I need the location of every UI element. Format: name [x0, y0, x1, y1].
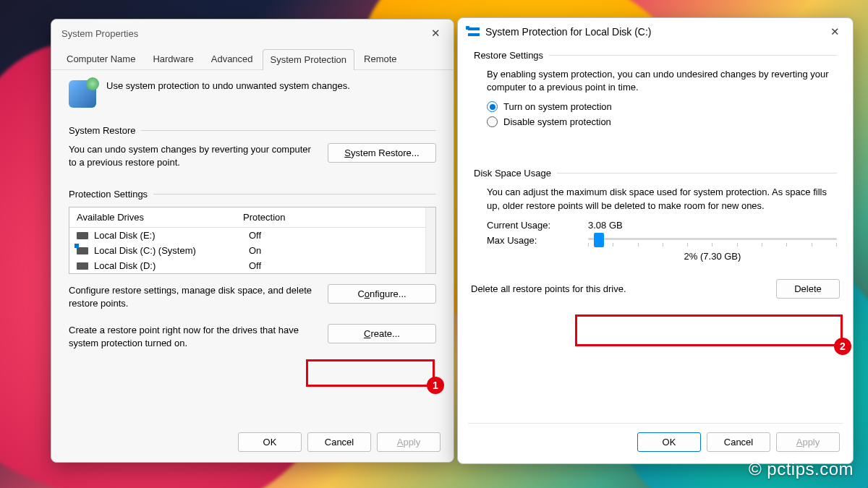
drive-protection: Off: [249, 260, 418, 271]
annotation-badge-2: 2: [834, 338, 851, 355]
dialog-footer: OK Cancel Apply: [51, 428, 454, 462]
protection-settings-heading: Protection Settings: [69, 189, 148, 200]
delete-desc: Delete all restore points for this drive…: [471, 283, 776, 294]
tab-advanced[interactable]: Advanced: [203, 48, 261, 69]
create-button[interactable]: Create...: [328, 324, 436, 343]
current-usage-label: Current Usage:: [487, 220, 588, 231]
group-protection-settings: Protection Settings: [69, 189, 436, 200]
drive-name: Local Disk (D:): [94, 260, 249, 271]
col-available-drives: Available Drives: [77, 212, 243, 223]
titlebar: System Properties ✕: [51, 20, 454, 44]
intro-text: Use system protection to undo unwanted s…: [106, 80, 350, 91]
drive-list: Available Drives Protection Local Disk (…: [69, 207, 436, 274]
tab-remote[interactable]: Remote: [356, 48, 405, 69]
drive-name: Local Disk (E:): [94, 230, 249, 241]
configure-desc: Configure restore settings, manage disk …: [69, 284, 319, 309]
drive-row[interactable]: Local Disk (D:) Off: [69, 258, 425, 273]
group-system-restore: System Restore: [69, 125, 436, 136]
system-protection-config-window: System Protection for Local Disk (C:) ✕ …: [457, 17, 854, 464]
apply-button[interactable]: Apply: [377, 432, 441, 452]
system-protection-icon: [69, 80, 96, 108]
watermark: © pctips.com: [749, 459, 854, 479]
tab-system-protection[interactable]: System Protection: [263, 49, 355, 70]
drive-row[interactable]: Local Disk (C:) (System) On: [69, 243, 425, 258]
disk-space-desc: You can adjust the maximum disk space us…: [487, 186, 837, 212]
drive-icon: [77, 232, 88, 239]
create-desc: Create a restore point right now for the…: [69, 324, 319, 349]
max-usage-caption: 2% (7.30 GB): [588, 251, 837, 262]
max-usage-slider[interactable]: 2% (7.30 GB): [588, 235, 837, 262]
titlebar: System Protection for Local Disk (C:) ✕: [458, 18, 853, 43]
radio-icon: [487, 101, 498, 112]
system-restore-heading: System Restore: [69, 125, 135, 136]
radio-turn-on[interactable]: Turn on system protection: [487, 101, 837, 112]
radio-label: Disable system protection: [503, 116, 611, 127]
panel: Use system protection to undo unwanted s…: [51, 70, 454, 428]
cancel-button[interactable]: Cancel: [707, 432, 770, 452]
scrollbar[interactable]: [425, 207, 435, 273]
delete-button[interactable]: Delete: [776, 279, 840, 299]
drive-protection: On: [249, 245, 418, 256]
dialog-footer: OK Cancel Apply: [458, 424, 853, 463]
ok-button[interactable]: OK: [238, 432, 302, 452]
tab-hardware[interactable]: Hardware: [145, 48, 201, 69]
drive-icon: [77, 262, 88, 270]
window-title: System Protection for Local Disk (C:): [485, 26, 826, 38]
restore-settings-desc: By enabling system protection, you can u…: [487, 68, 837, 94]
radio-label: Turn on system protection: [503, 101, 612, 112]
ok-button[interactable]: OK: [637, 432, 701, 452]
restore-settings-heading: Restore Settings: [474, 50, 543, 61]
drive-protection: Off: [249, 230, 418, 241]
col-protection: Protection: [243, 212, 418, 223]
current-usage-value: 3.08 GB: [588, 220, 623, 231]
window-title: System Properties: [61, 28, 427, 39]
tab-bar: Computer Name Hardware Advanced System P…: [51, 48, 454, 70]
system-restore-desc: You can undo system changes by reverting…: [69, 143, 319, 168]
annotation-badge-1: 1: [427, 377, 444, 394]
drive-row[interactable]: Local Disk (E:) Off: [69, 228, 425, 243]
cancel-button[interactable]: Cancel: [307, 432, 371, 452]
configure-button[interactable]: Configure...: [328, 284, 436, 304]
disk-space-heading: Disk Space Usage: [474, 168, 551, 179]
drive-icon: [77, 247, 88, 254]
system-properties-window: System Properties ✕ Computer Name Hardwa…: [51, 19, 454, 463]
system-restore-button[interactable]: System Restore...: [328, 143, 436, 163]
max-usage-label: Max Usage:: [487, 235, 588, 246]
close-icon[interactable]: ✕: [427, 25, 445, 41]
radio-disable[interactable]: Disable system protection: [487, 116, 837, 127]
close-icon[interactable]: ✕: [826, 24, 844, 40]
radio-icon: [487, 116, 498, 127]
slider-thumb[interactable]: [594, 233, 604, 247]
drive-icon: [468, 27, 480, 36]
apply-button[interactable]: Apply: [776, 432, 840, 452]
tab-computer-name[interactable]: Computer Name: [59, 48, 143, 69]
drive-name: Local Disk (C:) (System): [94, 245, 249, 256]
